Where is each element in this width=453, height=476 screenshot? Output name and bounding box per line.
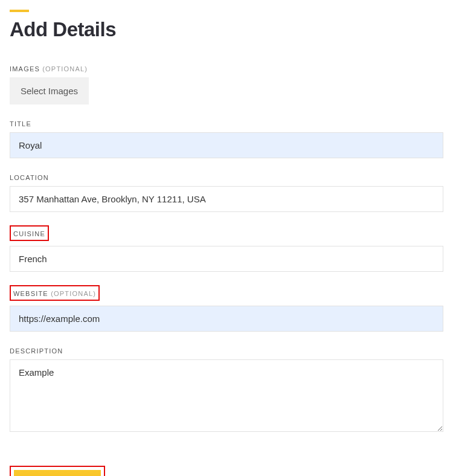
website-highlight: WEBSITE (OPTIONAL) — [10, 285, 100, 301]
field-location: LOCATION — [10, 172, 443, 212]
location-input[interactable] — [10, 186, 443, 212]
field-images: IMAGES (OPTIONAL) Select Images — [10, 63, 443, 105]
images-label: IMAGES (OPTIONAL) — [10, 65, 88, 72]
website-input[interactable] — [10, 306, 443, 332]
title-input[interactable] — [10, 132, 443, 158]
accent-bar — [10, 10, 29, 12]
field-cuisine: CUISINE — [10, 225, 443, 272]
field-description: DESCRIPTION — [10, 345, 443, 434]
select-images-button[interactable]: Select Images — [10, 77, 89, 105]
page-title: Add Details — [10, 18, 443, 41]
description-label: DESCRIPTION — [10, 347, 63, 355]
cuisine-label: CUISINE — [13, 230, 45, 237]
cuisine-input[interactable] — [10, 246, 443, 272]
website-label: WEBSITE (OPTIONAL) — [13, 290, 96, 297]
description-textarea[interactable] — [10, 359, 443, 432]
submit-highlight: Submit Listing — [10, 466, 105, 476]
field-title: TITLE — [10, 118, 443, 158]
submit-listing-button[interactable]: Submit Listing — [14, 470, 101, 476]
location-label: LOCATION — [10, 174, 49, 181]
cuisine-highlight: CUISINE — [10, 225, 49, 241]
title-label: TITLE — [10, 120, 31, 127]
field-website: WEBSITE (OPTIONAL) — [10, 285, 443, 332]
